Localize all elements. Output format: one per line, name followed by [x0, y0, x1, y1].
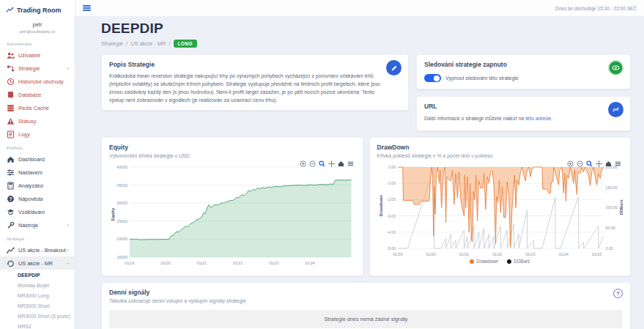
sidebar-strategy-monday-buyer[interactable]: Monday Buyer: [0, 280, 75, 290]
svg-text:40000: 40000: [116, 165, 127, 169]
svg-text:-3.00: -3.00: [386, 214, 395, 218]
sidebar-item-logy[interactable]: Logy: [0, 127, 75, 141]
brand[interactable]: Trading Room: [0, 0, 75, 17]
breadcrumb: Strategie / US akcie - MR / LONG: [101, 40, 631, 48]
no-signals-banner: Strategie dnes nemá žádné signály: [109, 310, 623, 328]
history-icon: [7, 78, 15, 86]
url-text-before: Další informace o strategii můžete naléz…: [424, 116, 525, 121]
watch-strategy-button[interactable]: [608, 60, 623, 75]
legend-dot: [470, 259, 474, 264]
pan-icon[interactable]: [328, 160, 335, 167]
edit-description-button[interactable]: [386, 60, 401, 75]
card-title: Sledování strategie zapnuto: [424, 61, 601, 68]
breakout-chart-icon: [7, 246, 15, 254]
help-question-icon[interactable]: ?: [613, 289, 623, 298]
section-label-strategie: Strategie: [0, 232, 75, 243]
zoom-in-icon[interactable]: [567, 160, 574, 167]
sidebar-item-nastaveni[interactable]: Nastavení: [0, 166, 75, 179]
sidebar-item-uzivatele[interactable]: Uživatelé: [0, 48, 75, 62]
sidebar-strategy-mr3000-long[interactable]: MR3000 Long: [0, 290, 75, 300]
trend-chart-icon: [6, 6, 14, 14]
sidebar-item-label: Historické obchody: [18, 78, 64, 85]
sidebar-item-analyzator[interactable]: Analyzátor: [0, 179, 75, 192]
svg-text:Equity: Equity: [111, 207, 115, 221]
svg-text:-5.00: -5.00: [386, 246, 395, 251]
sidebar-item-statusy[interactable]: Statusy: [0, 114, 75, 127]
sidebar-item-label: Dashboard: [18, 156, 45, 163]
hamburger-menu-icon[interactable]: [83, 4, 91, 12]
svg-text:Drawdown: Drawdown: [378, 195, 382, 217]
help-icon: ?: [7, 195, 15, 203]
card-title: URL: [424, 103, 601, 110]
sidebar-item-historicke-obchody[interactable]: Historické obchody: [0, 75, 75, 88]
sidebar-item-databaze[interactable]: Databáze: [0, 88, 75, 101]
watch-toggle-label: Vypnout sledování této strategie: [445, 75, 519, 81]
search-zoom-icon[interactable]: [319, 160, 325, 167]
sidebar-item-label: Analyzátor: [18, 182, 43, 189]
chevron-right-icon: ›: [67, 222, 69, 229]
user-name: petr: [1, 21, 73, 28]
sidebar: Trading Room petr petr@podhajsky.cz Admi…: [0, 0, 75, 329]
watch-strategy-card: Sledování strategie zapnuto Vypnout sled…: [416, 54, 631, 89]
sidebar-item-napoveda[interactable]: ? Nápověda: [0, 192, 75, 205]
sidebar-strategy-mrs2[interactable]: MRS2: [0, 321, 75, 329]
sidebar-item-redis-cache[interactable]: Redis Cache: [0, 101, 75, 114]
user-block[interactable]: petr petr@podhajsky.cz: [0, 17, 75, 37]
breadcrumb-strategie[interactable]: Strategie: [101, 40, 123, 47]
sidebar-group-us-akcie-breakout[interactable]: US akcie - Breakout ›: [0, 243, 75, 256]
sidebar-item-label: Nastavení: [18, 169, 42, 176]
svg-text:0.00: 0.00: [605, 246, 612, 251]
sidebar-item-dashboard[interactable]: Dashboard: [0, 152, 75, 166]
topbar: Dnes se obchoduje 15:30 - 22:00 SEČ: [75, 0, 644, 16]
breadcrumb-us-akcie-mr[interactable]: US akcie - MR: [130, 40, 166, 47]
chart-subtitle: Křivka poklesů strategie v % a počet dnů…: [377, 153, 623, 158]
sidebar-item-nastroje[interactable]: Nástroje ›: [0, 218, 75, 232]
svg-text:30000: 30000: [116, 201, 127, 205]
sidebar-item-label: Vzdělávání: [18, 209, 45, 215]
watch-toggle[interactable]: [424, 74, 441, 82]
svg-text:01/21: 01/21: [459, 252, 468, 256]
sidebar-strategy-mr3000-short[interactable]: MR3000 Short: [0, 300, 75, 311]
page-title: DEEPDIP: [101, 21, 631, 37]
svg-text:01/22: 01/22: [492, 252, 502, 256]
svg-text:01/19: 01/19: [125, 261, 134, 265]
sidebar-group-us-akcie-mr[interactable]: US akcie - MR ›: [0, 256, 75, 270]
zoom-in-icon[interactable]: [300, 160, 306, 167]
chart-menu-icon[interactable]: [347, 160, 354, 167]
svg-text:01/19: 01/19: [393, 252, 402, 256]
svg-text:-1.00: -1.00: [386, 181, 395, 185]
zoom-out-icon[interactable]: [577, 160, 583, 167]
sidebar-item-label: Logy: [18, 131, 30, 138]
breadcrumb-separator: /: [126, 40, 127, 47]
sidebar-item-vzdelavani[interactable]: Vzdělávání: [0, 205, 75, 218]
strategy-description-card: Popis Strategie Krátkodobá mean reversio…: [101, 54, 409, 111]
svg-text:DDBars: DDBars: [618, 199, 623, 215]
search-zoom-icon[interactable]: [586, 160, 593, 167]
sidebar-item-label: Nápověda: [18, 196, 42, 202]
chart-title: Equity: [109, 144, 355, 151]
zoom-out-icon[interactable]: [309, 160, 316, 167]
sitemap-icon: [7, 64, 15, 73]
home-reset-icon[interactable]: [605, 160, 612, 167]
sliders-icon: [7, 169, 15, 177]
sidebar-item-strategie-admin[interactable]: Strategie ›: [0, 62, 75, 75]
legend-item-ddbars[interactable]: DDBars: [507, 259, 530, 264]
home-reset-icon[interactable]: [338, 160, 344, 167]
pan-icon[interactable]: [596, 160, 602, 167]
svg-text:150.00: 150.00: [605, 185, 617, 190]
equity-chart-card: Equity Výkonnostní křivka strategie v US…: [101, 137, 363, 276]
svg-text:01/24: 01/24: [558, 252, 568, 256]
svg-text:01/23: 01/23: [525, 252, 535, 256]
svg-text:01/23: 01/23: [269, 261, 278, 265]
legend-item-drawdown[interactable]: Drawdown: [470, 259, 498, 264]
legend-label: DDBars: [514, 259, 530, 264]
url-link[interactable]: této adrese.: [525, 116, 552, 121]
equity-chart[interactable]: 40000350003000025000200001500001/1901/20…: [109, 163, 355, 267]
sidebar-strategy-mr3000-short-5[interactable]: MR3000 Short (5 pozic): [0, 311, 75, 321]
svg-text:20000: 20000: [116, 237, 127, 241]
sidebar-strategy-deepdip[interactable]: DEEPDIP: [0, 270, 75, 280]
svg-text:15000: 15000: [116, 255, 127, 259]
drawdown-chart[interactable]: 0.00-1.00-2.00-3.00-4.00-5.00200.00150.0…: [377, 163, 623, 258]
edit-url-button[interactable]: [608, 102, 623, 117]
chart-menu-icon[interactable]: [615, 160, 621, 167]
